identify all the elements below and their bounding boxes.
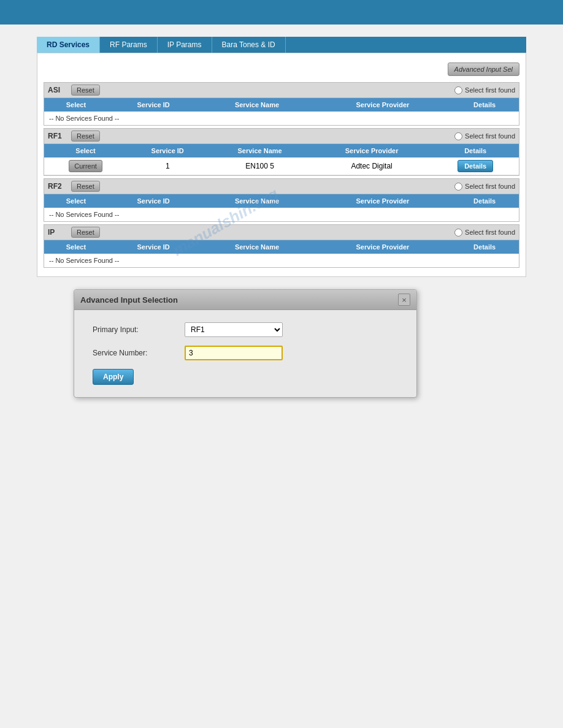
rf1-select-first: Select first found	[454, 132, 515, 140]
ip-col-service-name: Service Name	[199, 240, 315, 254]
rf1-label: RF1	[48, 132, 66, 140]
ip-select-first-label: Select first found	[465, 229, 515, 236]
rf1-table: Select Service ID Service Name Service P…	[44, 144, 519, 175]
tabs-bar: RD Services RF Params IP Params Bara Ton…	[37, 37, 526, 53]
rf1-col-service-name: Service Name	[208, 144, 312, 157]
rf1-section: RF1 Reset Select first found Select Serv…	[44, 128, 519, 176]
apply-button[interactable]: Apply	[93, 369, 134, 385]
rf2-section: RF2 Reset Select first found Select Serv…	[44, 178, 519, 222]
rf2-col-service-provider: Service Provider	[315, 194, 451, 208]
primary-input-select[interactable]: RF1 RF2 ASI IP	[185, 322, 283, 337]
rf1-row1-select: Current	[44, 157, 127, 175]
rf1-row1-provider: Adtec Digital	[312, 157, 432, 175]
asi-no-services: -- No Services Found --	[44, 112, 519, 125]
main-panel: Advanced Input Sel ASI Reset Select firs…	[37, 53, 526, 277]
ip-table: Select Service ID Service Name Service P…	[44, 240, 519, 254]
rf2-table: Select Service ID Service Name Service P…	[44, 194, 519, 208]
rf2-col-details: Details	[450, 194, 519, 208]
page-content: RD Services RF Params IP Params Bara Ton…	[0, 25, 563, 410]
ip-select-first-radio[interactable]	[454, 229, 462, 237]
tab-rd-services[interactable]: RD Services	[37, 37, 100, 53]
primary-input-row: Primary Input: RF1 RF2 ASI IP	[93, 322, 398, 337]
advanced-input-sel-button[interactable]: Advanced Input Sel	[448, 63, 519, 76]
rf2-col-service-id: Service ID	[108, 194, 199, 208]
ip-no-services: -- No Services Found --	[44, 254, 519, 267]
ip-label: IP	[48, 228, 66, 237]
modal-overlay: Advanced Input Selection × Primary Input…	[37, 289, 526, 398]
rf1-row1-id: 1	[127, 157, 208, 175]
asi-col-details: Details	[450, 98, 519, 112]
ip-select-first: Select first found	[454, 229, 515, 237]
service-number-row: Service Number:	[93, 346, 398, 360]
rf1-details-button[interactable]: Details	[458, 160, 493, 172]
rf2-select-first-label: Select first found	[465, 183, 515, 190]
rf2-col-service-name: Service Name	[199, 194, 315, 208]
asi-col-service-provider: Service Provider	[315, 98, 451, 112]
advanced-input-dialog: Advanced Input Selection × Primary Input…	[74, 289, 417, 398]
rf2-label: RF2	[48, 182, 66, 191]
top-bar	[0, 0, 563, 25]
rf1-row1-details: Details	[432, 157, 519, 175]
rf2-reset-button[interactable]: Reset	[71, 181, 100, 192]
asi-col-service-id: Service ID	[108, 98, 199, 112]
rf2-col-select: Select	[44, 194, 108, 208]
modal-close-button[interactable]: ×	[398, 294, 410, 306]
rf2-select-first: Select first found	[454, 183, 515, 191]
modal-body: Primary Input: RF1 RF2 ASI IP Service Nu…	[74, 310, 416, 397]
ip-reset-button[interactable]: Reset	[71, 227, 100, 238]
apply-row: Apply	[93, 369, 398, 385]
asi-section: ASI Reset Select first found Select Serv…	[44, 82, 519, 126]
modal-titlebar: Advanced Input Selection ×	[74, 290, 416, 310]
ip-col-service-provider: Service Provider	[315, 240, 451, 254]
service-number-label: Service Number:	[93, 349, 185, 357]
rf1-row1-name: EN100 5	[208, 157, 312, 175]
service-number-input[interactable]	[185, 346, 283, 360]
primary-input-label: Primary Input:	[93, 325, 185, 334]
rf1-current-button[interactable]: Current	[69, 160, 102, 172]
tab-ip-params[interactable]: IP Params	[158, 37, 212, 53]
rf1-col-details: Details	[432, 144, 519, 157]
modal-title: Advanced Input Selection	[80, 295, 178, 305]
rf1-col-select: Select	[44, 144, 127, 157]
rf1-select-first-radio[interactable]	[454, 132, 462, 140]
asi-select-first-label: Select first found	[465, 86, 515, 94]
rf2-header: RF2 Reset Select first found	[44, 179, 519, 194]
ip-col-service-id: Service ID	[108, 240, 199, 254]
ip-section: IP Reset Select first found Select Servi…	[44, 224, 519, 268]
asi-table: Select Service ID Service Name Service P…	[44, 98, 519, 112]
ip-col-details: Details	[450, 240, 519, 254]
asi-col-service-name: Service Name	[199, 98, 315, 112]
asi-reset-button[interactable]: Reset	[71, 85, 100, 96]
rf1-header: RF1 Reset Select first found	[44, 129, 519, 144]
ip-header: IP Reset Select first found	[44, 225, 519, 240]
rf1-row-1: Current 1 EN100 5 Adtec Digital Details	[44, 157, 519, 175]
asi-label: ASI	[48, 86, 66, 94]
content-wrapper: Advanced Input Sel ASI Reset Select firs…	[44, 59, 519, 270]
rf2-select-first-radio[interactable]	[454, 183, 462, 191]
asi-select-first: Select first found	[454, 86, 515, 94]
rf1-col-service-provider: Service Provider	[312, 144, 432, 157]
rf1-select-first-label: Select first found	[465, 132, 515, 140]
rf1-reset-button[interactable]: Reset	[71, 131, 100, 142]
asi-header: ASI Reset Select first found	[44, 83, 519, 98]
asi-col-select: Select	[44, 98, 108, 112]
rf2-no-services: -- No Services Found --	[44, 208, 519, 221]
tab-rf-params[interactable]: RF Params	[100, 37, 158, 53]
rf1-col-service-id: Service ID	[127, 144, 208, 157]
asi-select-first-radio[interactable]	[454, 86, 462, 94]
ip-col-select: Select	[44, 240, 108, 254]
advanced-btn-row: Advanced Input Sel	[44, 63, 519, 76]
tab-bara-tones[interactable]: Bara Tones & ID	[212, 37, 286, 53]
